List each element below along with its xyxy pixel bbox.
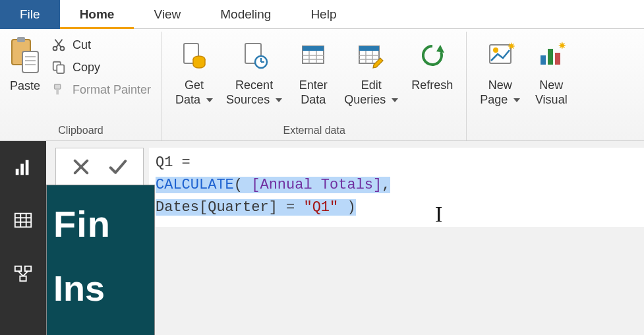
report-view-button[interactable] bbox=[10, 154, 36, 181]
svg-rect-27 bbox=[359, 46, 379, 51]
cancel-formula-button[interactable] bbox=[70, 156, 92, 178]
format-painter-icon bbox=[50, 82, 67, 98]
insert-group-label bbox=[475, 122, 574, 140]
new-visual-button[interactable]: ✷ New Visual bbox=[528, 34, 574, 107]
svg-rect-37 bbox=[548, 49, 553, 65]
formula-text: , bbox=[382, 177, 390, 193]
svg-rect-12 bbox=[55, 84, 61, 89]
svg-rect-48 bbox=[15, 266, 21, 272]
tab-view[interactable]: View bbox=[134, 0, 200, 29]
paste-button[interactable]: Paste bbox=[8, 34, 45, 93]
check-icon bbox=[108, 157, 128, 177]
cut-button[interactable]: Cut bbox=[47, 36, 154, 54]
view-rail bbox=[0, 141, 46, 335]
close-icon bbox=[72, 158, 90, 176]
copy-label: Copy bbox=[73, 61, 100, 75]
svg-point-34 bbox=[493, 47, 498, 53]
svg-rect-36 bbox=[541, 55, 546, 65]
get-data-button[interactable]: Get Data bbox=[170, 34, 218, 107]
formula-text: = bbox=[173, 154, 190, 171]
dropdown-caret-icon bbox=[276, 98, 282, 102]
formula-bar[interactable]: Q1 = CALCULATE( [Annual Totals], Dates[Q… bbox=[149, 148, 644, 227]
new-page-label: New Page bbox=[480, 78, 520, 107]
formula-measure-ref: [Annual Totals] bbox=[251, 177, 382, 193]
get-data-label: Get Data bbox=[175, 78, 213, 107]
svg-rect-43 bbox=[15, 214, 31, 228]
ribbon-group-insert: ✷ New Page ✷ New Visual bbox=[467, 32, 582, 140]
svg-rect-41 bbox=[20, 164, 24, 175]
work-area: Q1 = CALCULATE( [Annual Totals], Dates[Q… bbox=[46, 141, 644, 335]
svg-rect-50 bbox=[20, 276, 26, 282]
ribbon-group-clipboard: Paste Cut bbox=[0, 32, 162, 140]
new-visual-icon: ✷ bbox=[537, 41, 566, 70]
tab-file[interactable]: File bbox=[0, 0, 60, 29]
external-data-group-label: External data bbox=[170, 122, 458, 140]
svg-text:✷: ✷ bbox=[558, 41, 566, 51]
svg-line-51 bbox=[18, 271, 24, 276]
formula-string: "Q1" bbox=[303, 199, 338, 216]
refresh-icon bbox=[418, 41, 447, 70]
data-view-icon bbox=[13, 210, 33, 230]
svg-rect-13 bbox=[56, 89, 59, 94]
formula-confirm-box bbox=[55, 148, 144, 186]
dropdown-caret-icon bbox=[206, 98, 213, 102]
svg-rect-49 bbox=[25, 266, 31, 272]
svg-line-9 bbox=[55, 40, 61, 47]
ribbon: Paste Cut bbox=[0, 29, 644, 141]
svg-rect-11 bbox=[57, 65, 64, 73]
format-painter-button[interactable]: Format Painter bbox=[47, 80, 154, 99]
svg-rect-2 bbox=[22, 51, 38, 73]
svg-rect-42 bbox=[26, 160, 29, 175]
cut-label: Cut bbox=[73, 38, 91, 52]
new-page-button[interactable]: ✷ New Page bbox=[475, 34, 525, 107]
svg-line-52 bbox=[23, 271, 28, 276]
svg-text:✷: ✷ bbox=[508, 41, 515, 51]
ribbon-group-external-data: Get Data Recent Sources bbox=[162, 32, 467, 140]
svg-rect-21 bbox=[303, 46, 324, 51]
cut-icon bbox=[50, 37, 67, 53]
dropdown-caret-icon bbox=[392, 98, 398, 102]
refresh-label: Refresh bbox=[411, 78, 453, 92]
edit-queries-label: Edit Queries bbox=[344, 78, 398, 107]
tab-home[interactable]: Home bbox=[60, 0, 134, 29]
thumbnail-subtitle: Ins bbox=[47, 243, 154, 307]
refresh-button[interactable]: Refresh bbox=[406, 34, 458, 92]
svg-marker-32 bbox=[436, 45, 444, 53]
enter-data-button[interactable]: Enter Data bbox=[290, 34, 336, 107]
svg-rect-40 bbox=[16, 169, 19, 175]
dropdown-caret-icon bbox=[513, 98, 520, 102]
report-canvas-thumbnail[interactable]: Fin Ins bbox=[46, 185, 155, 335]
formula-text: ) bbox=[338, 199, 355, 216]
paste-icon bbox=[9, 36, 41, 75]
thumbnail-title: Fin bbox=[47, 185, 154, 243]
paste-label: Paste bbox=[10, 79, 40, 93]
data-view-button[interactable] bbox=[10, 207, 36, 233]
format-painter-label: Format Painter bbox=[73, 83, 151, 97]
model-view-icon bbox=[13, 263, 33, 283]
formula-column-ref: Dates[Quarter] bbox=[156, 199, 278, 216]
edit-queries-icon bbox=[357, 41, 386, 70]
svg-rect-38 bbox=[555, 53, 560, 65]
new-visual-label: New Visual bbox=[535, 78, 568, 107]
svg-rect-1 bbox=[17, 37, 25, 42]
get-data-icon bbox=[180, 41, 209, 70]
formula-function: CALCULATE bbox=[156, 177, 234, 193]
edit-queries-button[interactable]: Edit Queries bbox=[339, 34, 403, 107]
formula-text: ( bbox=[234, 177, 251, 193]
copy-icon bbox=[50, 59, 67, 75]
new-page-icon: ✷ bbox=[486, 41, 515, 70]
svg-line-8 bbox=[56, 40, 62, 47]
model-view-button[interactable] bbox=[10, 260, 36, 286]
copy-button[interactable]: Copy bbox=[47, 58, 154, 76]
enter-data-icon bbox=[299, 41, 328, 70]
formula-text: = bbox=[278, 199, 304, 216]
report-view-icon bbox=[13, 158, 33, 177]
enter-data-label: Enter Data bbox=[299, 78, 328, 107]
formula-measure-name: Q1 bbox=[156, 154, 173, 171]
recent-sources-label: Recent Sources bbox=[226, 78, 282, 107]
recent-sources-icon bbox=[240, 41, 269, 70]
tab-help[interactable]: Help bbox=[291, 0, 356, 29]
tab-modeling[interactable]: Modeling bbox=[200, 0, 291, 29]
commit-formula-button[interactable] bbox=[107, 156, 129, 178]
recent-sources-button[interactable]: Recent Sources bbox=[221, 34, 287, 107]
